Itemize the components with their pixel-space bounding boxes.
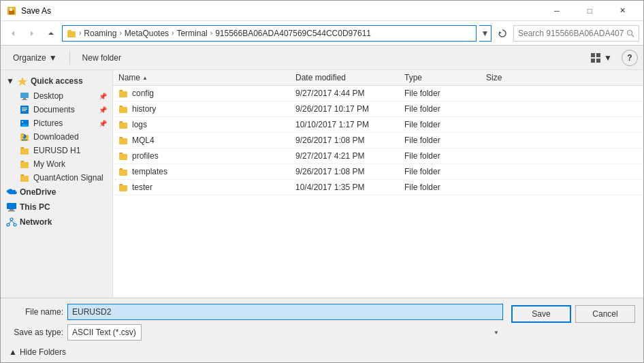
sidebar-item-work[interactable]: My Work xyxy=(1,157,112,171)
quick-access-label: Quick access xyxy=(31,76,83,86)
network-section[interactable]: Network xyxy=(1,215,112,230)
new-folder-button[interactable]: New folder xyxy=(76,48,128,67)
work-folder-icon xyxy=(20,159,29,169)
thispc-section[interactable]: This PC xyxy=(1,200,112,215)
sidebar-item-pictures[interactable]: Pictures 📌 xyxy=(1,116,112,130)
sidebar-item-eurusd[interactable]: EURUSD H1 xyxy=(1,144,112,157)
file-cell-name-0: config xyxy=(113,86,290,101)
desktop-label: Desktop xyxy=(33,91,63,101)
svg-rect-20 xyxy=(22,109,27,110)
table-row[interactable]: logs 10/10/2017 1:17 PM File folder xyxy=(113,117,643,133)
sidebar: ▼ Quick access Desktop 📌 xyxy=(1,70,113,298)
quick-access-section[interactable]: ▼ Quick access xyxy=(1,73,112,89)
forward-icon xyxy=(29,30,35,37)
back-button[interactable] xyxy=(5,25,21,42)
file-cell-size-3 xyxy=(481,138,535,143)
svg-rect-42 xyxy=(119,91,127,97)
filename-input[interactable] xyxy=(67,304,503,320)
svg-marker-14 xyxy=(18,77,27,86)
savetype-select-wrapper: ASCII Text (*.csv) xyxy=(67,324,503,341)
address-dropdown[interactable]: ▼ xyxy=(479,25,492,42)
path-separator-4: › xyxy=(210,29,212,37)
hide-folders-row[interactable]: ▲ Hide Folders xyxy=(9,347,635,357)
cancel-button[interactable]: Cancel xyxy=(575,305,635,323)
dialog-title: Save As xyxy=(21,6,541,16)
svg-line-41 xyxy=(12,221,14,223)
file-cell-date-6: 10/4/2017 1:35 PM xyxy=(290,180,399,195)
documents-icon xyxy=(20,105,29,114)
svg-rect-34 xyxy=(7,203,16,209)
view-button[interactable]: ▼ xyxy=(583,48,619,67)
svg-rect-2 xyxy=(10,8,12,11)
back-icon xyxy=(10,30,16,37)
file-cell-date-0: 9/27/2017 4:44 PM xyxy=(290,86,399,101)
table-row[interactable]: profiles 9/27/2017 4:21 PM File folder xyxy=(113,148,643,164)
onedrive-section[interactable]: OneDrive xyxy=(1,185,112,200)
file-cell-name-3: MQL4 xyxy=(113,133,290,148)
svg-rect-17 xyxy=(22,99,27,100)
svg-rect-13 xyxy=(596,59,600,63)
svg-rect-48 xyxy=(119,185,127,191)
file-cell-name-2: logs xyxy=(113,117,290,132)
table-row[interactable]: MQL4 9/26/2017 1:08 PM File folder xyxy=(113,133,643,148)
svg-rect-36 xyxy=(8,210,15,212)
toolbar-separator xyxy=(69,51,70,65)
maximize-button[interactable]: □ xyxy=(574,1,605,21)
col-header-name[interactable]: Name ▲ xyxy=(113,70,290,85)
file-cell-type-2: File folder xyxy=(399,117,481,132)
path-metaquotes[interactable]: MetaQuotes xyxy=(125,29,169,38)
file-cell-type-5: File folder xyxy=(399,164,481,179)
svg-marker-4 xyxy=(31,31,33,36)
svg-rect-11 xyxy=(596,53,600,57)
sidebar-item-downloaded[interactable]: Downloaded xyxy=(1,130,112,144)
hide-folders-label: Hide Folders xyxy=(20,347,66,357)
minimize-button[interactable]: ─ xyxy=(541,1,573,21)
file-cell-type-3: File folder xyxy=(399,133,481,148)
window-controls: ─ □ ✕ xyxy=(541,1,638,21)
file-cell-size-5 xyxy=(481,169,535,174)
forward-button[interactable] xyxy=(24,25,40,42)
path-roaming[interactable]: Roaming xyxy=(84,29,116,38)
address-path[interactable]: › Roaming › MetaQuotes › Terminal › 9155… xyxy=(62,25,477,42)
savetype-label: Save as type: xyxy=(9,328,63,337)
up-button[interactable] xyxy=(43,25,59,42)
sidebar-item-quantaction[interactable]: QuantAction Signal xyxy=(1,171,112,185)
sidebar-item-desktop[interactable]: Desktop 📌 xyxy=(1,89,112,103)
file-cell-name-1: history xyxy=(113,101,290,116)
save-button[interactable]: Save xyxy=(511,305,571,323)
folder-icon-2 xyxy=(118,120,128,129)
path-terminal[interactable]: Terminal xyxy=(176,29,207,38)
search-input[interactable] xyxy=(518,29,624,38)
sidebar-item-documents[interactable]: Documents 📌 xyxy=(1,103,112,116)
svg-rect-19 xyxy=(22,108,27,108)
pictures-pin: 📌 xyxy=(99,120,107,127)
table-row[interactable]: tester 10/4/2017 1:35 PM File folder xyxy=(113,180,643,195)
quick-access-icon xyxy=(17,76,28,86)
bottom-area: File name: Save as type: ASCII Text (*.c… xyxy=(1,298,643,362)
col-header-size[interactable]: Size xyxy=(481,70,535,85)
col-header-type[interactable]: Type xyxy=(399,70,481,85)
sort-arrow-name: ▲ xyxy=(142,75,148,81)
folder-icon-3 xyxy=(118,136,128,145)
organize-button[interactable]: Organize ▼ xyxy=(6,48,64,67)
table-row[interactable]: templates 9/26/2017 1:08 PM File folder xyxy=(113,164,643,180)
help-button[interactable]: ? xyxy=(622,50,638,66)
savetype-select[interactable]: ASCII Text (*.csv) xyxy=(67,324,142,341)
path-id[interactable]: 915566BA06ADA407569C544CC0D97611 xyxy=(215,29,371,38)
col-header-date[interactable]: Date modified xyxy=(290,70,399,85)
svg-marker-3 xyxy=(12,31,14,36)
file-cell-date-2: 10/10/2017 1:17 PM xyxy=(290,117,399,132)
file-cell-type-1: File folder xyxy=(399,101,481,116)
table-row[interactable]: config 9/27/2017 4:44 PM File folder xyxy=(113,86,643,101)
file-cell-type-4: File folder xyxy=(399,148,481,163)
table-row[interactable]: history 9/26/2017 10:17 PM File folder xyxy=(113,101,643,117)
file-cell-size-0 xyxy=(481,91,535,96)
file-cell-date-3: 9/26/2017 1:08 PM xyxy=(290,133,399,148)
svg-rect-21 xyxy=(22,110,26,111)
svg-rect-43 xyxy=(119,107,127,113)
pictures-label: Pictures xyxy=(33,119,63,128)
refresh-button[interactable] xyxy=(494,25,511,42)
pictures-icon xyxy=(20,119,29,128)
main-content: ▼ Quick access Desktop 📌 xyxy=(1,70,643,298)
close-button[interactable]: ✕ xyxy=(607,1,638,21)
